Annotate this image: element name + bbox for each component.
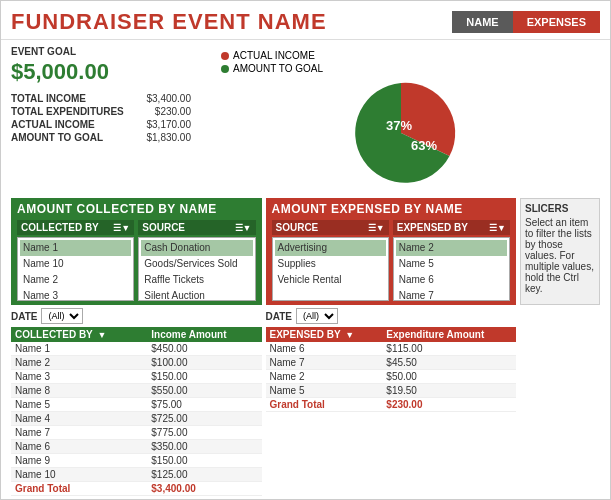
stats-row: AMOUNT TO GOAL$1,830.00 xyxy=(11,132,191,143)
expense-source-header: SOURCE xyxy=(276,222,319,233)
stats-value: $3,400.00 xyxy=(147,93,192,104)
list-item[interactable]: Name 10 xyxy=(20,256,131,272)
expensed-by-sort-icon[interactable]: ▼ xyxy=(345,330,354,340)
legend-dot xyxy=(221,65,229,73)
income-amount-col-header[interactable]: Income Amount xyxy=(147,327,261,342)
stats-label: TOTAL INCOME xyxy=(11,93,86,104)
collected-by-filter-icon[interactable]: ☰▼ xyxy=(113,223,130,233)
row-name: Name 8 xyxy=(11,384,147,398)
list-item[interactable]: Silent Auction xyxy=(141,288,252,301)
collected-by-col-header[interactable]: COLLECTED BY ▼ xyxy=(11,327,147,342)
row-name: Name 5 xyxy=(266,384,383,398)
row-name: Name 6 xyxy=(11,440,147,454)
stats-value: $1,830.00 xyxy=(147,132,192,143)
list-item[interactable]: Name 5 xyxy=(396,256,507,272)
table-row: Grand Total$3,400.00 xyxy=(11,482,262,496)
row-name: Name 6 xyxy=(266,342,383,356)
row-name: Name 9 xyxy=(11,454,147,468)
row-amount: $150.00 xyxy=(147,454,261,468)
source-filter-icon[interactable]: ☰▼ xyxy=(235,223,252,233)
row-amount: $50.00 xyxy=(382,370,516,384)
table-row: Name 6$350.00 xyxy=(11,440,262,454)
source-header: SOURCE xyxy=(142,222,185,233)
list-item[interactable]: Raffle Tickets xyxy=(141,272,252,288)
legend-dot xyxy=(221,52,229,60)
table-row: Name 7$775.00 xyxy=(11,426,262,440)
row-amount: $3,400.00 xyxy=(147,482,261,496)
list-item[interactable]: Name 2 xyxy=(396,240,507,256)
expensed-by-header: EXPENSED BY xyxy=(397,222,468,233)
expensed-by-filter-icon[interactable]: ☰▼ xyxy=(489,223,506,233)
list-item[interactable]: Name 1 xyxy=(20,240,131,256)
stats-value: $3,170.00 xyxy=(147,119,192,130)
row-amount: $75.00 xyxy=(147,398,261,412)
row-amount: $775.00 xyxy=(147,426,261,440)
expenditure-amount-col-header[interactable]: Expenditure Amount xyxy=(382,327,516,342)
list-item[interactable]: Goods/Services Sold xyxy=(141,256,252,272)
table-row: Name 4$725.00 xyxy=(11,412,262,426)
name-button[interactable]: NAME xyxy=(452,11,512,33)
row-name: Name 2 xyxy=(266,370,383,384)
pie-chart: 37% 63% xyxy=(321,78,481,188)
row-name: Name 3 xyxy=(11,370,147,384)
collection-title: AMOUNT COLLECTED BY NAME xyxy=(17,202,256,216)
legend-item: ACTUAL INCOME xyxy=(221,50,323,61)
bottom-left-date-filter[interactable]: (All) xyxy=(41,308,83,324)
list-item[interactable]: Name 6 xyxy=(396,272,507,288)
svg-text:63%: 63% xyxy=(411,138,437,153)
stats-row: TOTAL INCOME$3,400.00 xyxy=(11,93,191,104)
table-row: Name 1$450.00 xyxy=(11,342,262,356)
legend-label: AMOUNT TO GOAL xyxy=(233,63,323,74)
collected-by-header: COLLECTED BY xyxy=(21,222,99,233)
svg-text:37%: 37% xyxy=(386,118,412,133)
table-row: Name 5$19.50 xyxy=(266,384,517,398)
row-name: Name 5 xyxy=(11,398,147,412)
row-name: Name 2 xyxy=(11,356,147,370)
row-amount: $125.00 xyxy=(147,468,261,482)
row-name: Name 7 xyxy=(11,426,147,440)
list-item[interactable]: Supplies xyxy=(275,256,386,272)
row-amount: $230.00 xyxy=(382,398,516,412)
table-row: Name 7$45.50 xyxy=(266,356,517,370)
stats-row: ACTUAL INCOME$3,170.00 xyxy=(11,119,191,130)
stats-label: TOTAL EXPENDITURES xyxy=(11,106,124,117)
row-amount: $450.00 xyxy=(147,342,261,356)
bottom-right-date-filter[interactable]: (All) xyxy=(296,308,338,324)
stats-row: TOTAL EXPENDITURES$230.00 xyxy=(11,106,191,117)
table-row: Name 5$75.00 xyxy=(11,398,262,412)
row-name: Name 10 xyxy=(11,468,147,482)
table-row: Name 10$125.00 xyxy=(11,468,262,482)
list-item[interactable]: Name 2 xyxy=(20,272,131,288)
stats-value: $230.00 xyxy=(155,106,191,117)
list-item[interactable]: Name 7 xyxy=(396,288,507,301)
row-amount: $550.00 xyxy=(147,384,261,398)
table-row: Name 2$100.00 xyxy=(11,356,262,370)
collected-by-sort-icon[interactable]: ▼ xyxy=(97,330,106,340)
stats-label: ACTUAL INCOME xyxy=(11,119,95,130)
bottom-left-date-label: DATE xyxy=(11,311,37,322)
expensed-by-col-header[interactable]: EXPENSED BY ▼ xyxy=(266,327,383,342)
page-title: FUNDRAISER EVENT NAME xyxy=(11,9,327,35)
list-item[interactable]: Advertising xyxy=(275,240,386,256)
expensed-title: AMOUNT EXPENSED BY NAME xyxy=(272,202,511,216)
row-name: Grand Total xyxy=(266,398,383,412)
event-goal-label: EVENT GOAL xyxy=(11,46,191,57)
list-item[interactable]: Cash Donation xyxy=(141,240,252,256)
expense-source-filter-icon[interactable]: ☰▼ xyxy=(368,223,385,233)
slicers-title: SLICERS xyxy=(525,203,595,214)
expenses-button[interactable]: EXPENSES xyxy=(513,11,600,33)
table-row: Grand Total$230.00 xyxy=(266,398,517,412)
row-amount: $45.50 xyxy=(382,356,516,370)
table-row: Name 3$150.00 xyxy=(11,370,262,384)
row-amount: $115.00 xyxy=(382,342,516,356)
row-amount: $350.00 xyxy=(147,440,261,454)
row-name: Name 1 xyxy=(11,342,147,356)
list-item[interactable]: Vehicle Rental xyxy=(275,272,386,288)
row-amount: $100.00 xyxy=(147,356,261,370)
slicers-description: Select an item to filter the lists by th… xyxy=(525,217,595,294)
table-row: Name 8$550.00 xyxy=(11,384,262,398)
legend-label: ACTUAL INCOME xyxy=(233,50,315,61)
legend-item: AMOUNT TO GOAL xyxy=(221,63,323,74)
list-item[interactable]: Name 3 xyxy=(20,288,131,301)
event-goal-value: $5,000.00 xyxy=(11,59,191,85)
